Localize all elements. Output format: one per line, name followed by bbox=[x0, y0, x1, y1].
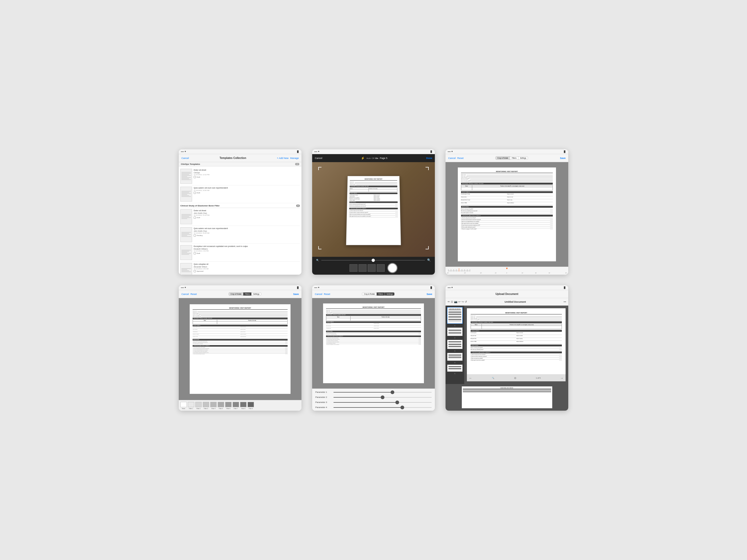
param-label-4: Parameter 4 bbox=[315, 406, 331, 408]
toggle-off[interactable]: Off bbox=[371, 157, 375, 159]
template-status-1: Draft bbox=[194, 176, 300, 178]
seg-settings-4[interactable]: Settings bbox=[252, 293, 261, 295]
mon-h-6: MONITORING bbox=[471, 345, 562, 346]
crop-corner-bl bbox=[318, 246, 321, 249]
page-thumb-1[interactable]: MONITORING VISIT REPORT bbox=[447, 307, 463, 324]
page-thumb-5[interactable] bbox=[447, 365, 463, 372]
flash-icon[interactable]: ⚡ bbox=[361, 157, 365, 160]
seg-crop-4[interactable]: Crop & Rotate bbox=[229, 293, 243, 295]
second-doc-area: MONITORING VISIT REPORT bbox=[445, 384, 568, 411]
zoom-out-icon[interactable]: 🔍 bbox=[316, 259, 319, 262]
filter-none[interactable]: None bbox=[180, 402, 187, 409]
page-thumb-3[interactable] bbox=[447, 340, 463, 349]
toggle-auto[interactable]: Auto bbox=[366, 157, 370, 159]
filter-5[interactable]: Filter 5 bbox=[218, 402, 224, 409]
filter-1[interactable]: Filter 1 bbox=[188, 402, 194, 409]
add-new-button[interactable]: + Add New bbox=[277, 157, 289, 159]
param-label-2: Parameter 2 bbox=[315, 396, 331, 398]
template-title-2: Quis autem vel eum iure reprehenderit bbox=[194, 187, 300, 189]
crop-icon[interactable]: ⊡ bbox=[451, 300, 453, 303]
list-item[interactable]: Dolor sit Amet John Smith (You) 12.20.20… bbox=[180, 208, 300, 226]
seg-filters-3[interactable]: Filters bbox=[510, 157, 518, 159]
list-item[interactable]: Quis autem vel eum iure reprehenderit 12… bbox=[180, 185, 300, 203]
next-page-icon[interactable]: → bbox=[560, 376, 563, 380]
status-time-3: •••• ✦ bbox=[448, 151, 453, 153]
manage-button[interactable]: Manage bbox=[290, 157, 299, 159]
toggle-on[interactable]: On bbox=[375, 157, 378, 159]
rotation-ruler-3[interactable]: ▼ -40° -30° -20° -10° 0° 10° 20° 30° 40° bbox=[445, 267, 568, 275]
page-thumb-4[interactable] bbox=[447, 353, 463, 361]
prev-page-icon[interactable]: ← bbox=[469, 376, 472, 380]
param-slider-2[interactable] bbox=[334, 397, 432, 398]
filter-6[interactable]: Filter 6 bbox=[225, 402, 232, 409]
param-row-3: Parameter 3 bbox=[315, 401, 432, 403]
status-time-1: •••• ✦ bbox=[181, 151, 186, 153]
template-date-4: 12.18.2016, 10:05 AM bbox=[194, 232, 300, 234]
seg-filters-5[interactable]: Filters bbox=[377, 293, 385, 295]
save-button-5[interactable]: Save bbox=[427, 293, 432, 295]
seg-settings-5[interactable]: Settings bbox=[385, 293, 394, 295]
list-item[interactable]: Excepteur sint occaecat cupidatat non pr… bbox=[180, 244, 300, 262]
reset-button-5[interactable]: Reset bbox=[324, 293, 330, 295]
done-button-2[interactable]: Done bbox=[426, 157, 433, 159]
filter-8[interactable]: Filter 8 bbox=[240, 402, 247, 409]
template-info-6: Quis voluptas sit Alexander Wilson 12.15… bbox=[194, 263, 300, 272]
param-slider-4[interactable] bbox=[334, 407, 432, 408]
second-doc-content: MONITORING VISIT REPORT bbox=[463, 388, 551, 393]
zoom-slider[interactable] bbox=[321, 260, 425, 261]
seg-settings-3[interactable]: Settings bbox=[518, 157, 528, 159]
thumb-lines-3 bbox=[181, 214, 191, 219]
refresh-icon[interactable]: ↺ bbox=[465, 300, 467, 303]
form-fields-5: Study name Study code Subject Number bbox=[326, 310, 421, 314]
filter-label-7: Filter 7 bbox=[234, 408, 238, 409]
seg-crop-5[interactable]: Crop & Rotate bbox=[362, 293, 377, 295]
shutter-button[interactable] bbox=[387, 263, 397, 273]
undo-icon[interactable]: ↩ bbox=[458, 300, 461, 303]
param-slider-1[interactable] bbox=[334, 392, 432, 393]
protocol-header-3: I. PROTOCOL AND STUDY CONDUCT bbox=[461, 215, 553, 216]
cancel-button-1[interactable]: Cancel bbox=[181, 157, 189, 159]
reset-button-3[interactable]: Reset bbox=[457, 157, 464, 159]
pencil-icon[interactable]: ✏ bbox=[448, 300, 450, 303]
filter-thumb-4 bbox=[210, 402, 216, 407]
camera-icon[interactable]: 📷 bbox=[454, 300, 457, 303]
save-button-3[interactable]: Save bbox=[560, 157, 566, 159]
list-item[interactable]: Quis autem vel eum iure reprehenderit Jo… bbox=[180, 226, 300, 244]
search-icon-6[interactable]: 🔍 bbox=[492, 377, 494, 379]
cancel-button-5[interactable]: Cancel bbox=[315, 293, 322, 295]
filter-7[interactable]: Filter 7 bbox=[233, 402, 239, 409]
zoom-in-icon[interactable]: 🔍 bbox=[427, 259, 431, 262]
cancel-button-2[interactable]: Cancel bbox=[315, 157, 322, 159]
cancel-button-3[interactable]: Cancel bbox=[448, 157, 456, 159]
param-slider-3[interactable] bbox=[334, 402, 432, 403]
cancel-button-4[interactable]: Cancel bbox=[181, 293, 189, 295]
thumb-1[interactable] bbox=[350, 264, 358, 272]
mon-rows-6: Was the monitoring visit log filled?□ □ … bbox=[471, 347, 562, 351]
thumb-4[interactable] bbox=[377, 264, 385, 272]
section-title-2: Clinical Study of Elastomer Bone Filler bbox=[180, 205, 220, 207]
template-thumb-1 bbox=[180, 169, 192, 184]
page-thumb-2[interactable] bbox=[447, 327, 463, 336]
thumb-2[interactable] bbox=[359, 264, 366, 272]
status-label-2: Draft bbox=[197, 192, 200, 194]
seg-filters-4[interactable]: Filters bbox=[243, 293, 252, 295]
save-button-4[interactable]: Save bbox=[293, 293, 299, 295]
thumb-3[interactable] bbox=[368, 264, 376, 272]
redo-icon[interactable]: ↪ bbox=[462, 300, 464, 303]
reset-button-4[interactable]: Reset bbox=[190, 293, 197, 295]
list-item[interactable]: Quis voluptas sit Alexander Wilson 12.15… bbox=[180, 262, 300, 275]
filter-2[interactable]: Filter 2 bbox=[195, 402, 202, 409]
form-fields-6: Study name Study code Subject Number Spo… bbox=[471, 316, 562, 321]
ss-h-6: STUDY STATUS bbox=[471, 330, 562, 332]
filter-9[interactable]: Filter 9 bbox=[248, 402, 254, 409]
thumb-lines-5 bbox=[181, 250, 191, 255]
seg-crop-rotate-3[interactable]: Crop & Rotate bbox=[496, 157, 510, 159]
filter-4[interactable]: Filter 4 bbox=[210, 402, 216, 409]
ruler-label-neg10: -10° bbox=[495, 272, 496, 274]
filter-3[interactable]: Filter 3 bbox=[203, 402, 209, 409]
list-item[interactable]: Dolor sit Amet ClinOps 12.20.2016, 12:22… bbox=[180, 167, 300, 185]
status-bar-3: •••• ✦ ▐▌ bbox=[445, 149, 568, 154]
more-icon-6[interactable]: ••• bbox=[564, 300, 566, 303]
form-doc-4: MONITORING VISIT REPORT Study name Study… bbox=[191, 305, 289, 393]
badge-row: ClinOps Templates 2 bbox=[179, 162, 302, 166]
